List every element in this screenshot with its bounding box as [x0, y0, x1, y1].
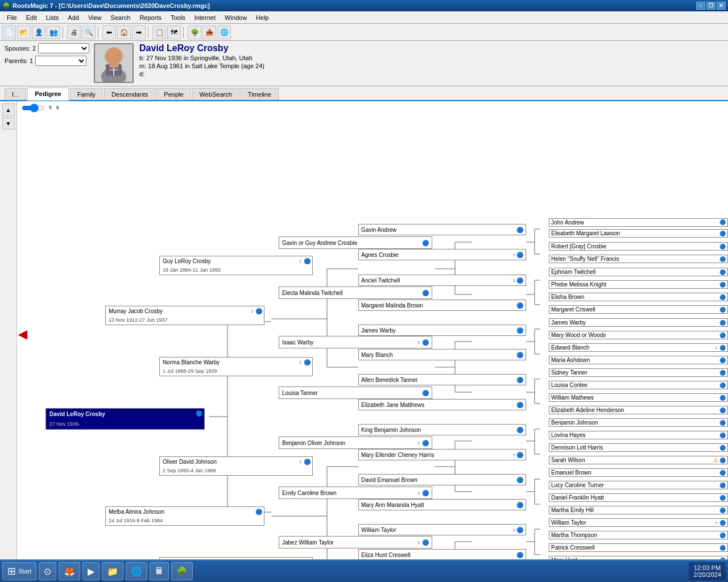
toolbar-nav-next[interactable]: ➡: [132, 26, 146, 39]
gen6-21-box[interactable]: Lucy Caroline Turner 🔵 ▶: [549, 481, 728, 489]
taskbar-files[interactable]: 📁: [102, 562, 123, 580]
parents-select[interactable]: [35, 56, 86, 66]
gen2-mother-box[interactable]: Melba Almira Johnson 24 Jul 1916-8 Feb 1…: [105, 506, 264, 526]
menu-reports[interactable]: Reports: [135, 13, 166, 22]
toolbar-search[interactable]: 🔍: [82, 26, 96, 39]
gen6-19-box[interactable]: Sarah Wilson ⚠ 🔵 ▶: [549, 456, 728, 464]
toolbar-nav-back[interactable]: ⬅: [102, 26, 116, 39]
gen6-10-box[interactable]: Edward Blanch ♀ 🔵 ▶: [549, 344, 728, 351]
gen5-12-box[interactable]: William Taylor ♀ 🔵: [358, 524, 526, 535]
selected-person-box[interactable]: David LeRoy Crosby 27 Nov 1936- 🔵: [46, 408, 205, 430]
tab-descendants[interactable]: Descendants: [104, 88, 155, 100]
gen6-6-box[interactable]: Elisha Brown 🔵 ▶: [549, 293, 728, 301]
gen6-12-box[interactable]: Sidney Tanner 🔵 ▶: [549, 369, 728, 376]
gen4-1-box[interactable]: Electa Malinda Twitchell 🔵: [279, 286, 432, 299]
gen5-3-box[interactable]: Margaret Malinda Brown 🔵: [358, 300, 526, 311]
menu-search[interactable]: Search: [106, 13, 135, 22]
toolbar-tree[interactable]: 🌳: [188, 26, 201, 39]
tab-timeline[interactable]: Timeline: [241, 88, 279, 100]
gen3-1-box[interactable]: Norma Blanche Warby 1 Jul 1888-29 Sep 19…: [159, 357, 313, 376]
gen6-16-box[interactable]: Benjamin Johnson 🔵 ▶: [549, 419, 728, 426]
tab-websearch[interactable]: WebSearch: [192, 88, 239, 100]
tab-pedigree[interactable]: Pedigree: [27, 88, 68, 101]
gen6-25-box[interactable]: Martha Thompson 🔵 ▶: [549, 531, 728, 539]
gen-slider[interactable]: [22, 105, 44, 111]
menu-view[interactable]: View: [84, 13, 106, 22]
tab-people[interactable]: People: [156, 88, 191, 100]
gen3-2-box[interactable]: Oliver David Johnson 2 Sep 1893-4 Jan 19…: [159, 456, 313, 476]
gen6-26-box[interactable]: Patrick Cresswell 🔵 ▶: [549, 544, 728, 551]
menu-internet[interactable]: Internet: [190, 13, 220, 22]
pedigree-nav-left[interactable]: ◀: [18, 327, 27, 341]
gen6-17-box[interactable]: Lovina Hayes 🔵 ▶: [549, 431, 728, 439]
gen3-0-box[interactable]: Guy LeRoy Crosby 19 Jan 1884-11 Jan 1950…: [159, 256, 313, 275]
menu-help[interactable]: Help: [251, 13, 274, 22]
gen5-4-box[interactable]: James Warby 🔵: [358, 325, 526, 336]
gen6-1-box[interactable]: Elisabeth Margaret Lawson 🔵 ▶: [549, 230, 728, 237]
gen4-6-box[interactable]: Jabez William Taylor ♀ 🔵: [279, 536, 432, 548]
gen6-3-box[interactable]: Helen "Snuffy Nell" Francis 🔵 ▶: [549, 255, 728, 263]
gen6-0-box[interactable]: John Andrew 🔵 ▶: [549, 218, 728, 227]
nav-down[interactable]: ▼: [2, 117, 15, 130]
taskbar-media[interactable]: ▶: [82, 562, 100, 580]
gen5-5-box[interactable]: Mary Blanch 🔵: [358, 349, 526, 360]
toolbar-new[interactable]: 📄: [2, 26, 16, 39]
toolbar-open[interactable]: 📂: [17, 26, 31, 39]
gen5-11-box[interactable]: Mary Ann Maranda Hyatt 🔵: [358, 499, 526, 510]
toolbar-nav-home[interactable]: 🏠: [117, 26, 131, 39]
gen5-13-box[interactable]: Eliza Hunt Creswell 🔵: [358, 549, 526, 560]
taskbar-firefox[interactable]: 🦊: [59, 562, 80, 580]
restore-button[interactable]: ❒: [706, 2, 715, 10]
start-button[interactable]: ⊞ Start: [2, 562, 36, 580]
gen6-2-box[interactable]: Robert [Gray] Crosbie 🔵 ▶: [549, 243, 728, 250]
gen6-11-box[interactable]: Maria Ashdown 🔵 ▶: [549, 356, 728, 364]
gen5-6-box[interactable]: Allen Benedick Tanner 🔵: [358, 374, 526, 385]
gen6-9-box[interactable]: Mary Wood or Woods 🔵 ▶: [549, 331, 728, 339]
gen6-22-box[interactable]: Daniel Franklin Hyatt 🔵 ▶: [549, 494, 728, 501]
minimize-button[interactable]: −: [696, 2, 705, 10]
gen6-15-box[interactable]: Elizabeth Adeline Henderson 🔵 ▶: [549, 406, 728, 414]
taskbar-chrome[interactable]: ⊙: [39, 562, 56, 580]
gen6-14-box[interactable]: William Mathews 🔵 ▶: [549, 394, 728, 401]
gen5-1-box[interactable]: Agnes Crosbie ♀ 🔵: [358, 249, 526, 260]
gen6-23-box[interactable]: Martha Emily Hill 🔵 ▶: [549, 506, 728, 514]
gen6-13-box[interactable]: Louisa Conlee 🔵 ▶: [549, 381, 728, 389]
gen5-10-box[interactable]: David Emanuel Brown 🔵: [358, 474, 526, 485]
gen5-8-box[interactable]: King Benjamin Johnson 🔵: [358, 424, 526, 435]
menu-lists[interactable]: Lists: [42, 13, 64, 22]
menu-add[interactable]: Add: [63, 13, 84, 22]
close-button[interactable]: ✕: [717, 2, 726, 10]
gen5-7-box[interactable]: Elizabeth Jane Matthews 🔵: [358, 399, 526, 410]
gen4-2-box[interactable]: Isaac Warby ♀ 🔵: [279, 336, 432, 348]
gen4-0-box[interactable]: Gavin or Guy Andrew Crosbie 🔵: [279, 236, 432, 249]
gen4-3-box[interactable]: Louisa Tanner 🔵: [279, 386, 432, 399]
toolbar-map[interactable]: 🗺: [167, 26, 181, 39]
menu-edit[interactable]: Edit: [22, 13, 42, 22]
taskbar-genealogy[interactable]: 🌳: [171, 562, 193, 580]
spouses-select[interactable]: [38, 43, 89, 53]
gen6-8-box[interactable]: James Warby 🔵 ▶: [549, 319, 728, 326]
gen5-2-box[interactable]: Anciel Twitchell ♀ 🔵: [358, 275, 526, 286]
toolbar-book[interactable]: 📋: [152, 26, 166, 39]
gen6-20-box[interactable]: Emanuel Brown 🔵 ▶: [549, 469, 728, 476]
menu-tools[interactable]: Tools: [166, 13, 190, 22]
menu-file[interactable]: File: [2, 13, 22, 22]
taskbar-browser2[interactable]: 🌐: [126, 562, 147, 580]
tab-family[interactable]: Family: [70, 88, 103, 100]
toolbar-print[interactable]: 🖨: [67, 26, 81, 39]
gen5-0-box[interactable]: Gavin Andrew 🔵: [358, 224, 526, 235]
gen4-5-box[interactable]: Emily Caroline Brown ♀ 🔵: [279, 487, 432, 499]
toolbar-share[interactable]: 📤: [202, 26, 216, 39]
toolbar-person[interactable]: 👤: [32, 26, 46, 39]
gen6-4-box[interactable]: Ephriam Twitchell 🔵 ▶: [549, 268, 728, 276]
gen6-18-box[interactable]: Dennison Lott Harris 🔵 ▶: [549, 444, 728, 451]
gen6-24-box[interactable]: William Taylor ♀ 🔵 ▶: [549, 519, 728, 526]
nav-up[interactable]: ▲: [2, 103, 15, 116]
tab-index[interactable]: I...: [5, 88, 26, 100]
gen5-9-box[interactable]: Mary Ellender Cheney Harris ♀ 🔵: [358, 449, 526, 460]
taskbar-calc[interactable]: 🖩: [150, 562, 169, 580]
gen2-father-box[interactable]: Murray Jacob Crosby 12 Nov 1912-27 Jun 1…: [105, 306, 264, 325]
gen6-5-box[interactable]: Phebe Melissa Knight 🔵 ▶: [549, 281, 728, 288]
gen4-4-box[interactable]: Benjamin Oliver Johnson ♀ 🔵: [279, 436, 432, 449]
toolbar-add-person[interactable]: 👥: [47, 26, 60, 39]
